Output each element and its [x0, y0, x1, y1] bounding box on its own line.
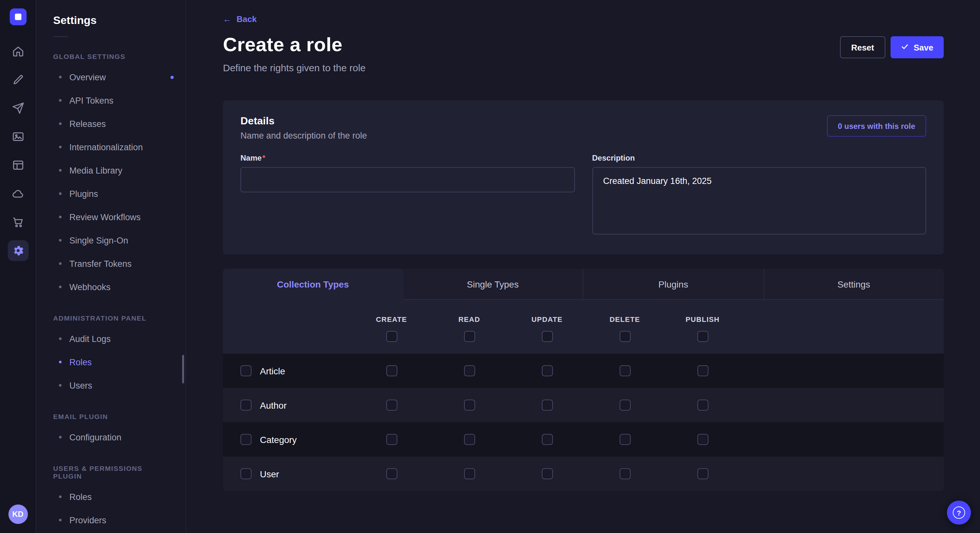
bullet-icon	[59, 76, 62, 78]
avatar[interactable]: KD	[8, 504, 27, 524]
row-select-checkbox[interactable]	[240, 365, 251, 376]
permission-checkbox[interactable]	[464, 468, 475, 479]
cloud-nav-button[interactable]	[8, 183, 28, 204]
sidebar-item-transfer-tokens[interactable]: Transfer Tokens	[36, 252, 185, 275]
sidebar-item-up-roles[interactable]: Roles	[36, 485, 185, 508]
permission-checkbox[interactable]	[386, 365, 397, 376]
permission-checkbox[interactable]	[619, 468, 630, 479]
paper-plane-icon	[11, 102, 24, 115]
sidebar-item-label: Users	[69, 381, 92, 390]
column-label: Delete	[609, 316, 640, 323]
main-content: ← Back Create a role Define the rights g…	[186, 0, 980, 533]
permission-checkbox[interactable]	[541, 400, 552, 411]
tab-settings[interactable]: Settings	[763, 269, 944, 300]
sidebar-item-internationalization[interactable]: Internationalization	[36, 135, 185, 159]
column-select-checkbox[interactable]	[386, 331, 397, 342]
tab-plugins[interactable]: Plugins	[583, 269, 763, 300]
tab-collection-types[interactable]: Collection Types	[223, 269, 403, 300]
nav-section-label: USERS & PERMISSIONS PLUGIN	[36, 464, 185, 480]
deploy-nav-button[interactable]	[8, 98, 28, 119]
home-nav-button[interactable]	[8, 41, 28, 62]
sidebar-item-providers[interactable]: Providers	[36, 508, 185, 532]
cell-delete	[586, 468, 664, 479]
column-select-checkbox[interactable]	[541, 331, 552, 342]
name-field[interactable]	[240, 167, 574, 192]
permission-checkbox[interactable]	[464, 365, 475, 376]
permission-checkbox[interactable]	[541, 434, 552, 445]
settings-sidebar-title: Settings	[36, 14, 185, 27]
permission-checkbox[interactable]	[386, 400, 397, 411]
permission-checkbox[interactable]	[541, 365, 552, 376]
tab-single-types[interactable]: Single Types	[403, 269, 583, 300]
permission-checkbox[interactable]	[541, 468, 552, 479]
sidebar-item-label: Review Workflows	[69, 212, 141, 222]
sidebar-item-roles[interactable]: Roles	[36, 351, 185, 374]
permission-checkbox[interactable]	[619, 434, 630, 445]
row-name-cell: Article	[223, 365, 353, 376]
sidebar-item-releases[interactable]: Releases	[36, 112, 185, 135]
cell-delete	[586, 434, 664, 445]
sidebar-item-plugins[interactable]: Plugins	[36, 182, 185, 205]
settings-nav-button[interactable]	[8, 240, 28, 261]
sidebar-item-api-tokens[interactable]: API Tokens	[36, 89, 185, 112]
bullet-icon	[59, 122, 62, 125]
sidebar-item-label: Internationalization	[69, 142, 143, 152]
sidebar-item-users[interactable]: Users	[36, 374, 185, 397]
permission-checkbox[interactable]	[697, 400, 708, 411]
nav-section-label: ADMINISTRATION PANEL	[36, 314, 185, 322]
details-card-titles: Details Name and description of the role	[240, 115, 367, 141]
help-button[interactable]: ?	[947, 501, 971, 525]
sidebar-item-label: Media Library	[69, 165, 123, 175]
description-field[interactable]: Created January 16th, 2025	[592, 167, 926, 235]
bullet-icon	[59, 146, 62, 148]
column-label: Publish	[686, 316, 720, 323]
column-select-checkbox[interactable]	[619, 331, 630, 342]
sidebar-item-label: API Tokens	[69, 95, 113, 105]
permission-checkbox[interactable]	[386, 434, 397, 445]
permission-checkbox[interactable]	[697, 434, 708, 445]
users-with-role-button[interactable]: 0 users with this role	[827, 115, 926, 136]
sidebar-item-overview[interactable]: Overview	[36, 65, 185, 89]
sidebar-item-webhooks[interactable]: Webhooks	[36, 275, 185, 298]
sidebar-item-configuration[interactable]: Configuration	[36, 425, 185, 449]
column-select-checkbox[interactable]	[464, 331, 475, 342]
permission-checkbox[interactable]	[619, 365, 630, 376]
row-select-checkbox[interactable]	[240, 434, 251, 445]
permission-checkbox[interactable]	[697, 365, 708, 376]
content-type-builder-nav-button[interactable]	[8, 69, 28, 90]
permission-checkbox[interactable]	[386, 468, 397, 479]
bullet-icon	[59, 338, 62, 340]
row-label: Category	[260, 434, 297, 444]
check-icon	[900, 43, 908, 52]
cell-delete	[586, 365, 664, 376]
main-nav-rail: KD	[0, 0, 36, 533]
row-select-checkbox[interactable]	[240, 468, 251, 479]
permission-checkbox[interactable]	[464, 434, 475, 445]
permission-checkbox[interactable]	[464, 400, 475, 411]
permission-checkbox[interactable]	[697, 468, 708, 479]
cell-create	[353, 400, 430, 411]
back-link[interactable]: ← Back	[223, 14, 257, 24]
sidebar-item-media-library[interactable]: Media Library	[36, 159, 185, 182]
row-select-checkbox[interactable]	[240, 400, 251, 411]
cell-read	[430, 365, 508, 376]
reset-button[interactable]: Reset	[840, 36, 885, 58]
save-button[interactable]: Save	[890, 36, 944, 58]
sidebar-item-audit-logs[interactable]: Audit Logs	[36, 327, 185, 351]
subnav-scrollbar-thumb[interactable]	[182, 355, 184, 383]
sidebar-item-label: Releases	[69, 119, 106, 128]
bullet-icon	[59, 384, 62, 387]
marketplace-nav-button[interactable]	[8, 212, 28, 233]
sidebar-item-label: Webhooks	[69, 282, 110, 292]
gear-icon	[11, 244, 24, 257]
sidebar-item-review-workflows[interactable]: Review Workflows	[36, 205, 185, 228]
sidebar-item-label: Roles	[69, 492, 92, 501]
strapi-logo[interactable]	[10, 8, 26, 25]
media-library-nav-button[interactable]	[8, 126, 28, 147]
header-actions: Reset Save	[840, 34, 944, 58]
content-manager-nav-button[interactable]	[8, 155, 28, 176]
column-select-checkbox[interactable]	[697, 331, 708, 342]
permission-checkbox[interactable]	[619, 400, 630, 411]
name-field-group: Name*	[240, 154, 574, 192]
sidebar-item-single-sign-on[interactable]: Single Sign-On	[36, 228, 185, 252]
